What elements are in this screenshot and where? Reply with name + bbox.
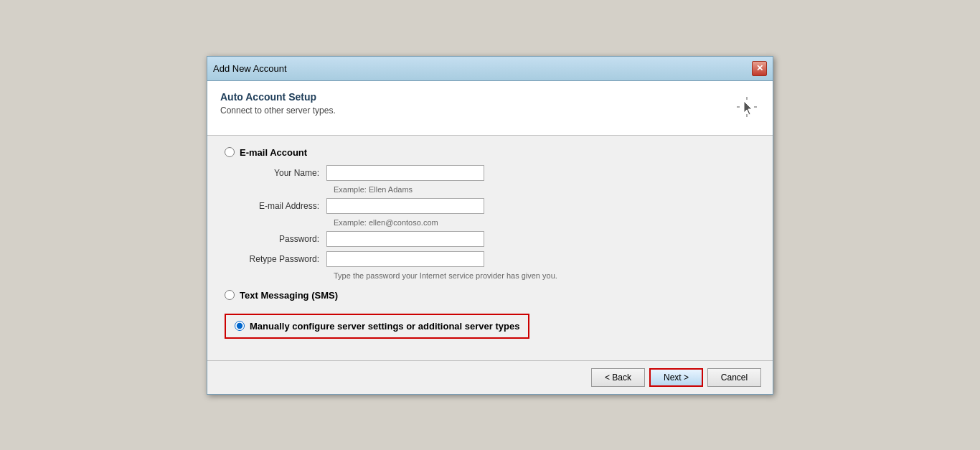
password-label: Password: xyxy=(240,234,326,244)
email-form-fields: Your Name: Example: Ellen Adams E-mail A… xyxy=(240,165,755,280)
retype-label: Retype Password: xyxy=(240,254,326,264)
password-input[interactable] xyxy=(326,231,484,247)
retype-password-row: Retype Password: xyxy=(240,251,755,267)
email-input[interactable] xyxy=(326,198,484,214)
email-radio[interactable] xyxy=(225,147,235,157)
email-radio-label[interactable]: E-mail Account xyxy=(225,147,755,158)
header-title: Auto Account Setup xyxy=(220,91,336,103)
add-new-account-dialog: Add New Account ✕ Auto Account Setup Con… xyxy=(207,56,773,395)
sms-section-label: Text Messaging (SMS) xyxy=(240,290,338,301)
cancel-button[interactable]: Cancel xyxy=(707,368,761,387)
password-row: Password: xyxy=(240,231,755,247)
manual-radio[interactable] xyxy=(235,321,245,331)
sms-radio[interactable] xyxy=(225,290,235,300)
password-hint: Type the password your Internet service … xyxy=(334,271,755,280)
name-input[interactable] xyxy=(326,165,484,181)
svg-marker-4 xyxy=(744,101,752,115)
email-section-label: E-mail Account xyxy=(240,147,307,158)
close-icon: ✕ xyxy=(756,63,763,73)
title-bar: Add New Account ✕ xyxy=(207,57,773,81)
header-section: Auto Account Setup Connect to other serv… xyxy=(207,81,773,136)
name-label: Your Name: xyxy=(240,168,326,178)
name-row: Your Name: xyxy=(240,165,755,181)
close-button[interactable]: ✕ xyxy=(752,61,767,76)
header-subtitle: Connect to other server types. xyxy=(220,106,336,116)
manual-radio-label[interactable]: Manually configure server settings or ad… xyxy=(225,314,529,339)
cursor-icon xyxy=(734,94,760,125)
back-button[interactable]: < Back xyxy=(591,368,645,387)
manual-section-label: Manually configure server settings or ad… xyxy=(250,321,519,332)
sms-section: Text Messaging (SMS) xyxy=(225,290,755,301)
sms-radio-label[interactable]: Text Messaging (SMS) xyxy=(225,290,755,301)
content-area: E-mail Account Your Name: Example: Ellen… xyxy=(207,136,773,360)
email-label: E-mail Address: xyxy=(240,201,326,211)
manual-section-container: Manually configure server settings or ad… xyxy=(225,311,755,339)
name-hint: Example: Ellen Adams xyxy=(334,185,755,194)
dialog-title: Add New Account xyxy=(213,63,287,74)
dialog-footer: < Back Next > Cancel xyxy=(207,360,773,394)
email-row: E-mail Address: xyxy=(240,198,755,214)
header-text: Auto Account Setup Connect to other serv… xyxy=(220,91,336,116)
email-hint: Example: ellen@contoso.com xyxy=(334,218,755,227)
email-section: E-mail Account Your Name: Example: Ellen… xyxy=(225,147,755,280)
retype-password-input[interactable] xyxy=(326,251,484,267)
next-button[interactable]: Next > xyxy=(649,368,703,387)
